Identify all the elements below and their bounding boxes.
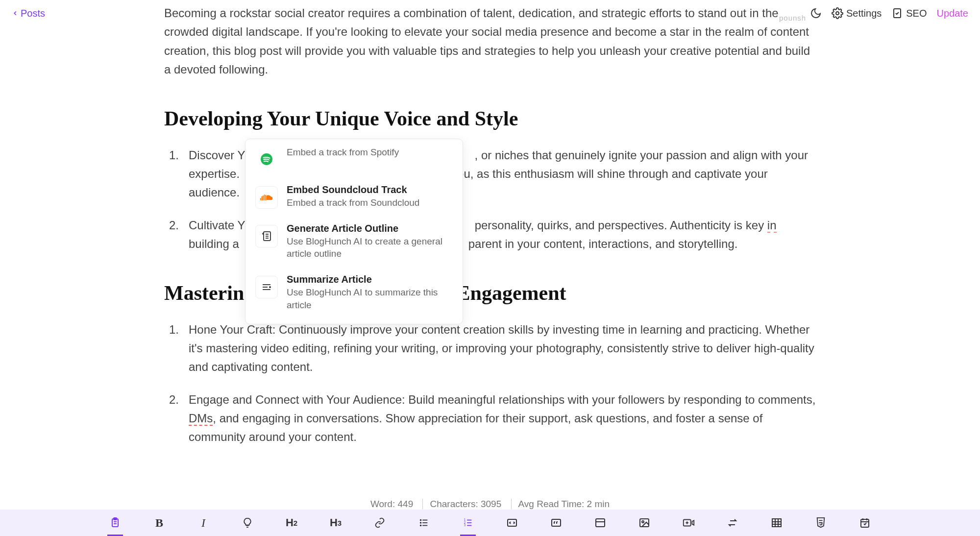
video-add-icon bbox=[682, 517, 695, 529]
dark-mode-toggle[interactable] bbox=[810, 7, 822, 19]
stat-word-count: Word: 449 bbox=[364, 499, 420, 509]
slash-item-desc: Embed a track from Spotify bbox=[287, 146, 453, 159]
slash-item-generate-outline[interactable]: Generate Article Outline Use BlogHunch A… bbox=[245, 216, 463, 267]
back-label: Posts bbox=[21, 8, 45, 19]
svg-point-0 bbox=[836, 12, 839, 15]
lightbulb-icon bbox=[242, 517, 253, 528]
toolbar-link[interactable] bbox=[370, 513, 390, 533]
seo-button[interactable]: SEO bbox=[891, 7, 927, 19]
toolbar-lightbulb[interactable] bbox=[238, 513, 257, 533]
settings-button[interactable]: Settings bbox=[832, 7, 882, 19]
bullet-list-icon bbox=[418, 517, 429, 528]
slash-item-title: Summarize Article bbox=[287, 274, 453, 285]
topbar: Posts Settings SEO Update bbox=[0, 0, 980, 26]
editor-stats: Word: 449 Characters: 3095 Avg Read Time… bbox=[0, 499, 980, 510]
spotify-icon bbox=[255, 148, 278, 171]
gear-icon bbox=[832, 7, 843, 19]
toolbar-table[interactable] bbox=[767, 513, 786, 533]
swap-icon bbox=[727, 517, 738, 529]
slash-item-desc: Use BlogHunch AI to summarize this artic… bbox=[287, 286, 453, 311]
stat-char-count: Characters: 3095 bbox=[422, 499, 508, 509]
table-icon bbox=[771, 517, 783, 529]
editor-toolbar: B I H2 H3 123 bbox=[0, 510, 980, 536]
slash-item-spotify[interactable]: Embed a track from Spotify bbox=[245, 141, 463, 177]
code-icon bbox=[506, 517, 518, 529]
slash-command-menu[interactable]: Embed a track from Spotify Embed Soundcl… bbox=[245, 139, 463, 324]
svg-point-33 bbox=[642, 521, 644, 523]
slash-item-desc: Embed a track from Soundcloud bbox=[287, 196, 453, 209]
svg-marker-37 bbox=[692, 520, 694, 525]
slash-item-soundcloud[interactable]: Embed Soundcloud Track Embed a track fro… bbox=[245, 177, 463, 216]
outline-icon bbox=[255, 225, 278, 247]
svg-rect-30 bbox=[596, 519, 605, 527]
quote-icon bbox=[550, 517, 562, 529]
svg-text:3: 3 bbox=[464, 523, 466, 527]
toolbar-layout[interactable] bbox=[590, 513, 610, 533]
html5-icon bbox=[815, 517, 826, 529]
toolbar-ordered-list[interactable]: 123 bbox=[458, 513, 478, 533]
chevron-left-icon bbox=[12, 10, 19, 17]
moon-icon bbox=[810, 7, 822, 19]
heading-unique-voice: Developing Your Unique Voice and Style bbox=[164, 107, 816, 130]
slash-item-desc: Use BlogHunch AI to create a general art… bbox=[287, 235, 453, 260]
toolbar-swap[interactable] bbox=[723, 513, 742, 533]
slash-item-title: Generate Article Outline bbox=[287, 223, 453, 234]
settings-label: Settings bbox=[846, 8, 882, 19]
update-button[interactable]: Update bbox=[937, 8, 969, 19]
toolbar-image[interactable] bbox=[635, 513, 654, 533]
ordered-list-icon: 123 bbox=[463, 517, 473, 528]
calendar-icon bbox=[859, 517, 871, 529]
back-to-posts-link[interactable]: Posts bbox=[12, 8, 45, 19]
summarize-icon bbox=[255, 276, 278, 298]
list-engagement: Hone Your Craft: Continuously improve yo… bbox=[164, 320, 816, 447]
list-item: Engage and Connect with Your Audience: B… bbox=[164, 390, 816, 447]
update-label: Update bbox=[937, 8, 969, 19]
toolbar-bullet-list[interactable] bbox=[414, 513, 434, 533]
stat-read-time: Avg Read Time: 2 min bbox=[511, 499, 617, 509]
svg-rect-43 bbox=[861, 519, 869, 527]
svg-point-20 bbox=[420, 522, 421, 523]
soundcloud-icon bbox=[255, 186, 278, 209]
seo-label: SEO bbox=[906, 8, 927, 19]
svg-point-19 bbox=[420, 520, 421, 521]
svg-rect-38 bbox=[772, 519, 781, 527]
slash-item-summarize[interactable]: Summarize Article Use BlogHunch AI to su… bbox=[245, 267, 463, 318]
toolbar-quote[interactable] bbox=[546, 513, 566, 533]
clipboard-check-icon bbox=[891, 7, 903, 19]
toolbar-html[interactable] bbox=[811, 513, 831, 533]
toolbar-code[interactable] bbox=[502, 513, 522, 533]
image-icon bbox=[638, 517, 650, 529]
list-item: Hone Your Craft: Continuously improve yo… bbox=[164, 320, 816, 377]
toolbar-italic[interactable]: I bbox=[194, 513, 213, 533]
svg-point-21 bbox=[420, 525, 421, 526]
layout-icon bbox=[594, 517, 606, 529]
link-icon bbox=[374, 517, 385, 528]
toolbar-bold[interactable]: B bbox=[149, 513, 169, 533]
toolbar-h2[interactable]: H2 bbox=[282, 513, 301, 533]
toolbar-video-add[interactable] bbox=[679, 513, 698, 533]
slash-item-title: Embed Soundcloud Track bbox=[287, 184, 453, 195]
top-right-controls: Settings SEO Update bbox=[810, 7, 968, 19]
toolbar-h3[interactable]: H3 bbox=[326, 513, 345, 533]
clipboard-icon bbox=[109, 517, 121, 529]
toolbar-calendar[interactable] bbox=[855, 513, 875, 533]
toolbar-clipboard[interactable] bbox=[105, 513, 125, 533]
